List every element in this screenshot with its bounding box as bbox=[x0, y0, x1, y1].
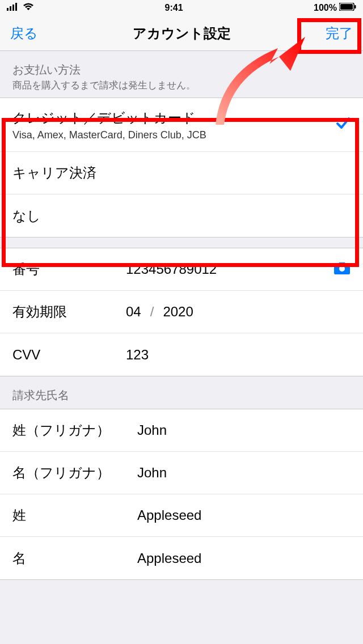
field-value[interactable]: John bbox=[137, 465, 351, 481]
battery-icon bbox=[339, 3, 356, 13]
page-title: アカウント設定 bbox=[133, 24, 231, 43]
svg-rect-5 bbox=[340, 4, 353, 10]
option-label: キャリア決済 bbox=[12, 164, 351, 182]
section-title: 請求先氏名 bbox=[12, 388, 351, 403]
card-cvv-row[interactable]: CVV 123 bbox=[0, 333, 363, 376]
card-number-row[interactable]: 番号 123456789012 bbox=[0, 248, 363, 291]
done-button[interactable]: 完了 bbox=[326, 24, 353, 43]
status-time: 9:41 bbox=[165, 3, 183, 13]
card-number-value[interactable]: 123456789012 bbox=[126, 261, 334, 277]
card-expiry-row[interactable]: 有効期限 04 / 2020 bbox=[0, 291, 363, 333]
expiry-year[interactable]: 2020 bbox=[163, 304, 193, 320]
expiry-month[interactable]: 04 bbox=[126, 304, 141, 320]
field-label: 番号 bbox=[12, 260, 126, 278]
field-label: 有効期限 bbox=[12, 303, 126, 321]
payment-option-carrier[interactable]: キャリア決済 bbox=[0, 152, 363, 194]
option-label: クレジット／デビットカード bbox=[12, 109, 336, 127]
field-label: CVV bbox=[12, 347, 126, 363]
field-value[interactable]: Appleseed bbox=[137, 550, 351, 566]
field-label: 名（フリガナ） bbox=[12, 464, 137, 482]
option-sublabel: Visa, Amex, MasterCard, Diners Club, JCB bbox=[12, 129, 336, 141]
expiry-separator: / bbox=[150, 304, 154, 320]
svg-rect-3 bbox=[15, 3, 17, 11]
billing-row-firstname[interactable]: 名 Appleseed bbox=[0, 537, 363, 579]
camera-icon[interactable] bbox=[334, 261, 351, 277]
billing-name-header: 請求先氏名 bbox=[0, 376, 363, 409]
svg-rect-0 bbox=[7, 8, 9, 11]
option-label: なし bbox=[12, 207, 351, 225]
payment-method-header: お支払い方法 商品を購入するまで請求は発生しません。 bbox=[0, 51, 363, 98]
battery-percent: 100% bbox=[314, 3, 337, 13]
payment-option-credit-card[interactable]: クレジット／デビットカード Visa, Amex, MasterCard, Di… bbox=[0, 98, 363, 152]
payment-options-list: クレジット／デビットカード Visa, Amex, MasterCard, Di… bbox=[0, 98, 363, 238]
billing-name-list: 姓（フリガナ） John 名（フリガナ） John 姓 Appleseed 名 … bbox=[0, 409, 363, 580]
field-label: 姓 bbox=[12, 506, 137, 524]
nav-bar: 戻る アカウント設定 完了 bbox=[0, 16, 363, 51]
section-title: お支払い方法 bbox=[12, 62, 351, 78]
status-bar: 9:41 100% bbox=[0, 0, 363, 16]
signal-icon bbox=[7, 3, 19, 13]
svg-point-7 bbox=[339, 266, 345, 272]
back-button[interactable]: 戻る bbox=[10, 24, 38, 43]
svg-rect-6 bbox=[354, 5, 356, 9]
field-label: 名 bbox=[12, 549, 137, 567]
card-details-list: 番号 123456789012 有効期限 04 / 2020 CVV 123 bbox=[0, 248, 363, 376]
checkmark-icon bbox=[336, 115, 351, 134]
section-subtitle: 商品を購入するまで請求は発生しません。 bbox=[12, 79, 351, 92]
field-value[interactable]: Appleseed bbox=[137, 507, 351, 523]
billing-row-lastname-kana[interactable]: 姓（フリガナ） John bbox=[0, 409, 363, 452]
svg-rect-2 bbox=[12, 5, 14, 11]
wifi-icon bbox=[23, 3, 34, 13]
billing-row-lastname[interactable]: 姓 Appleseed bbox=[0, 494, 363, 537]
field-value[interactable]: John bbox=[137, 422, 351, 438]
field-label: 姓（フリガナ） bbox=[12, 421, 137, 439]
payment-option-none[interactable]: なし bbox=[0, 194, 363, 237]
billing-row-firstname-kana[interactable]: 名（フリガナ） John bbox=[0, 452, 363, 494]
svg-rect-1 bbox=[10, 6, 11, 11]
cvv-value[interactable]: 123 bbox=[126, 347, 351, 363]
